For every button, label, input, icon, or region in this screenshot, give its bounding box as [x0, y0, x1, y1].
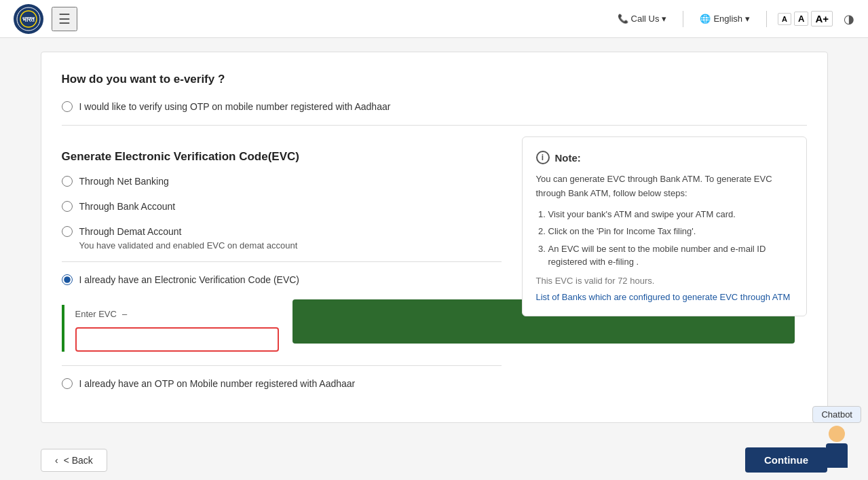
demat-sublabel: You have validated and enabled EVC on de…: [79, 240, 298, 251]
font-large-button[interactable]: A+: [811, 11, 833, 26]
divider-2: [766, 11, 767, 27]
divider-line-2: [62, 261, 502, 262]
chatbot-body: [826, 443, 848, 468]
demat-label: Through Demat Account: [79, 225, 298, 239]
bank-account-option[interactable]: Through Bank Account: [62, 200, 502, 214]
hamburger-menu-icon[interactable]: ☰: [52, 7, 77, 31]
info-icon: i: [536, 151, 550, 164]
two-col-layout: Generate Electronic Verification Code(EV…: [62, 136, 807, 402]
language-chevron: ▾: [745, 14, 750, 24]
chatbot-head: [829, 426, 845, 442]
page-question: How do you want to e-verify ?: [62, 73, 807, 86]
bank-account-label: Through Bank Account: [79, 200, 176, 214]
evc-input-section: Enter EVC –: [62, 305, 279, 352]
aadhaar-otp-radio[interactable]: [62, 101, 73, 112]
demat-option[interactable]: Through Demat Account You have validated…: [62, 225, 502, 251]
evc-dash: –: [122, 309, 127, 319]
demat-radio[interactable]: [62, 226, 73, 237]
note-step-3: An EVC will be sent to the mobile number…: [548, 242, 793, 269]
net-banking-radio[interactable]: [62, 176, 73, 187]
font-medium-button[interactable]: A: [794, 12, 808, 26]
already-otp-option[interactable]: I already have an OTP on Mobile number r…: [62, 377, 502, 391]
note-step-2: Click on the 'Pin for Income Tax filing'…: [548, 225, 793, 238]
note-title: Note:: [555, 152, 581, 164]
already-otp-radio[interactable]: [62, 378, 73, 389]
evc-field-label: Enter EVC: [75, 309, 117, 319]
header-right: 📞 Call Us ▾ 🌐 English ▾ A A A+ ◑: [612, 11, 854, 27]
divider-line-3: [62, 365, 502, 366]
evc-section-title: Generate Electronic Verification Code(EV…: [62, 150, 502, 164]
chatbot-label: Chatbot: [812, 406, 861, 423]
already-evc-option[interactable]: I already have an Electronic Verificatio…: [62, 273, 300, 287]
note-header: i Note:: [536, 151, 793, 164]
language-selector[interactable]: 🌐 English ▾: [694, 11, 755, 26]
right-column: i Note: You can generate EVC through Ban…: [522, 136, 807, 316]
already-evc-label: I already have an Electronic Verificatio…: [79, 273, 300, 287]
divider-line-1: [62, 125, 807, 126]
call-us-button[interactable]: 📞 Call Us ▾: [612, 11, 673, 26]
bottom-bar: ‹ < Back Continue: [20, 437, 848, 480]
note-valid-text: This EVC is valid for 72 hours.: [536, 276, 793, 286]
note-step-1: Visit your bank's ATM and swipe your ATM…: [548, 208, 793, 221]
chatbot-figure[interactable]: [816, 426, 857, 480]
bank-account-radio[interactable]: [62, 201, 73, 212]
evc-text-input[interactable]: [75, 327, 279, 352]
back-label: < Back: [64, 455, 93, 466]
note-intro: You can generate EVC through Bank ATM. T…: [536, 172, 793, 201]
aadhaar-otp-label: I would like to verify using OTP on mobi…: [79, 100, 391, 114]
font-small-button[interactable]: A: [778, 13, 791, 25]
globe-icon: 🌐: [700, 14, 711, 24]
back-chevron-icon: ‹: [55, 455, 58, 466]
note-box: i Note: You can generate EVC through Ban…: [522, 136, 807, 316]
font-controls: A A A+: [778, 11, 833, 26]
content-wrapper: How do you want to e-verify ? I would li…: [41, 52, 828, 423]
chatbot-container: Chatbot: [812, 406, 861, 480]
svg-text:भारत: भारत: [22, 16, 35, 23]
phone-icon: 📞: [618, 14, 628, 24]
already-evc-radio[interactable]: [62, 274, 73, 285]
evc-input-bar-row: Enter EVC –: [62, 291, 502, 352]
net-banking-option[interactable]: Through Net Banking: [62, 174, 502, 189]
note-steps-list: Visit your bank's ATM and swipe your ATM…: [536, 208, 793, 269]
call-us-chevron: ▾: [662, 14, 666, 24]
header: भारत ☰ 📞 Call Us ▾ 🌐 English ▾ A A A+ ◑: [0, 0, 868, 38]
language-label: English: [713, 14, 742, 24]
already-evc-row: I already have an Electronic Verificatio…: [62, 273, 502, 287]
note-bank-link[interactable]: List of Banks which are configured to ge…: [536, 292, 791, 302]
main-content: How do you want to e-verify ? I would li…: [0, 38, 868, 480]
net-banking-label: Through Net Banking: [79, 174, 169, 189]
already-otp-label: I already have an OTP on Mobile number r…: [79, 377, 356, 391]
contrast-button[interactable]: ◑: [844, 12, 854, 26]
left-column: Generate Electronic Verification Code(EV…: [62, 136, 502, 402]
divider-1: [683, 11, 683, 27]
back-button[interactable]: ‹ < Back: [41, 449, 107, 472]
call-us-label: Call Us: [631, 14, 660, 24]
aadhaar-otp-option[interactable]: I would like to verify using OTP on mobi…: [62, 100, 807, 114]
logo: भारत: [14, 4, 43, 34]
continue-label: Continue: [764, 454, 808, 466]
